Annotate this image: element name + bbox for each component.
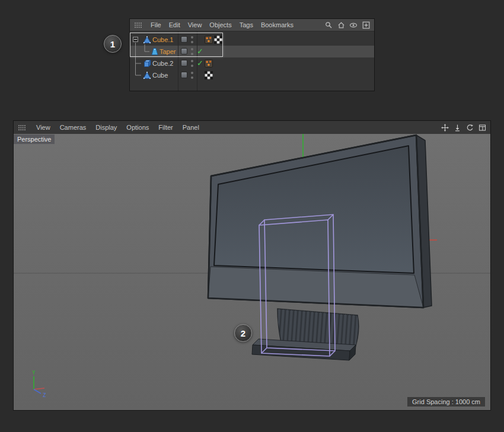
layer-chip[interactable] — [181, 60, 187, 66]
object-name[interactable]: Cube — [152, 72, 168, 79]
object-name[interactable]: Cube.2 — [152, 60, 173, 67]
object-manager-panel: File Edit View Objects Tags Bookmarks — [130, 19, 374, 91]
visibility-dots[interactable] — [191, 36, 193, 46]
annotation-badge-2: 2 — [234, 324, 252, 342]
axis-gizmo: Y Z — [32, 370, 46, 398]
object-name[interactable]: Cube.1 — [152, 36, 173, 43]
rotate-icon[interactable] — [465, 123, 474, 132]
om-menubar-tools — [324, 20, 371, 30]
viewport-menubar: View Cameras Display Options Filter Pane… — [14, 121, 490, 134]
texture-tag-icon[interactable] — [214, 36, 222, 44]
visibility-dots[interactable] — [191, 60, 193, 69]
viewport-canvas[interactable]: Y Z — [14, 134, 490, 410]
object-row-cube1[interactable]: Cube.1 — [130, 34, 374, 46]
layer-chip[interactable] — [181, 72, 187, 78]
object-manager-menubar: File Edit View Objects Tags Bookmarks — [130, 19, 374, 31]
add-box-icon[interactable] — [361, 20, 371, 30]
menu-cameras[interactable]: Cameras — [60, 124, 87, 131]
viewport-panel: View Cameras Display Options Filter Pane… — [14, 121, 490, 410]
display-tag-icon[interactable] — [205, 36, 213, 44]
eye-icon[interactable] — [349, 20, 358, 30]
menu-filter[interactable]: Filter — [158, 124, 173, 131]
search-icon[interactable] — [324, 20, 333, 30]
window-grid-icon[interactable] — [17, 123, 27, 132]
object-tree: Cube.1 Taper ✓ — [130, 31, 374, 91]
menu-file[interactable]: File — [151, 21, 161, 28]
viewport-view: Y Z Perspective Grid Spacing : 1000 cm — [14, 134, 490, 410]
cube-object-icon — [143, 59, 151, 68]
grid-spacing-status: Grid Spacing : 1000 cm — [407, 397, 485, 407]
home-icon[interactable] — [336, 20, 346, 30]
enabled-check-icon[interactable]: ✓ — [197, 47, 203, 56]
cinema4d-desktop: File Edit View Objects Tags Bookmarks — [0, 0, 504, 432]
gizmo-z-label: Z — [43, 392, 46, 398]
taper-deformer-icon — [151, 47, 159, 56]
menu-tags[interactable]: Tags — [240, 21, 253, 28]
polygon-object-icon — [143, 36, 151, 44]
visibility-dots[interactable] — [191, 48, 193, 57]
collapse-expander-icon[interactable] — [133, 37, 138, 42]
object-name[interactable]: Taper — [160, 48, 176, 55]
menu-panel[interactable]: Panel — [183, 124, 199, 131]
texture-tag-icon[interactable] — [205, 71, 213, 79]
panel-layout-icon[interactable] — [477, 123, 487, 132]
menu-view[interactable]: View — [36, 124, 50, 131]
viewport-nav-tools — [440, 123, 487, 132]
object-row-cube2[interactable]: Cube.2 ✓ — [130, 57, 374, 69]
view-name-label: Perspective — [14, 135, 55, 144]
menu-edit[interactable]: Edit — [169, 21, 180, 28]
menu-display[interactable]: Display — [95, 124, 117, 131]
polygon-object-icon — [143, 71, 151, 79]
annotation-badge-1: 1 — [104, 35, 122, 53]
visibility-dots[interactable] — [191, 72, 193, 81]
object-row-taper[interactable]: Taper ✓ — [130, 46, 374, 57]
display-tag-icon[interactable] — [205, 59, 213, 68]
menu-objects[interactable]: Objects — [209, 21, 231, 28]
menu-view[interactable]: View — [188, 21, 202, 28]
menu-bookmarks[interactable]: Bookmarks — [261, 21, 294, 28]
object-row-cube[interactable]: Cube — [130, 69, 374, 81]
menu-options[interactable]: Options — [126, 124, 149, 131]
monitor-model — [208, 135, 432, 308]
move-arrows-icon[interactable] — [440, 123, 449, 132]
enabled-check-icon[interactable]: ✓ — [197, 59, 203, 68]
down-arrow-icon[interactable] — [452, 123, 462, 132]
layer-chip[interactable] — [181, 48, 187, 55]
layer-chip[interactable] — [181, 36, 187, 43]
monitor-stand — [252, 309, 359, 360]
window-grid-icon[interactable] — [133, 20, 143, 30]
gizmo-y-label: Y — [32, 370, 36, 376]
